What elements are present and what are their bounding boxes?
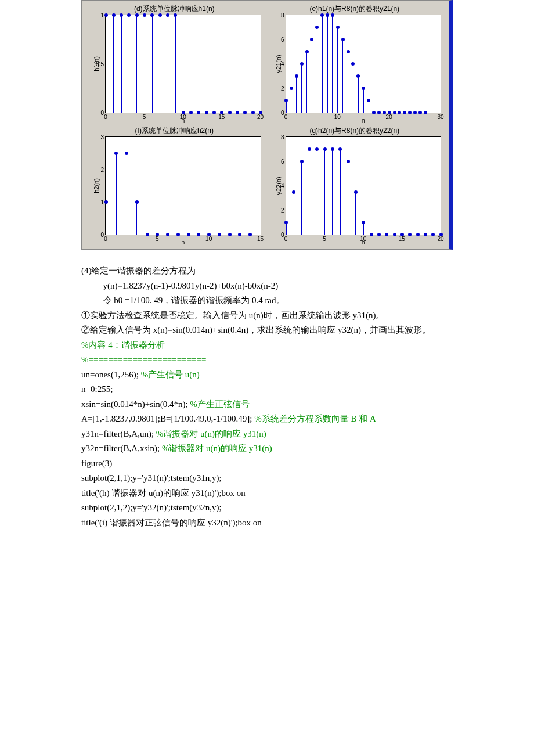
xtick: 20 [437, 235, 443, 242]
xlabel: n [362, 117, 365, 124]
stem [175, 15, 176, 113]
stem [152, 15, 153, 113]
stem [355, 192, 356, 235]
xlabel: n [181, 239, 185, 246]
stem [106, 15, 106, 113]
code-11: title('(h) 谐振器对 u(n)的响应 y31(n)');box on [81, 486, 453, 501]
stem [327, 15, 328, 113]
xtick: 30 [437, 113, 443, 120]
code-3: un=ones(1,256); %产生信号 u(n) [81, 368, 453, 383]
xtick: 0 [284, 235, 288, 242]
code-5b: %产生正弦信号 [190, 399, 250, 409]
xtick: 20 [257, 113, 264, 120]
stem [168, 15, 168, 113]
stem [369, 100, 369, 113]
comment-1: %内容 4：谐振器分析 [81, 338, 453, 353]
code-4: n=0:255; [81, 382, 453, 397]
subplot: (d)系统单位脉冲响应h1(n)00.5105101520h1(n)n [85, 4, 264, 124]
xtick: 0 [104, 113, 107, 120]
stem [116, 153, 117, 235]
comment-2: %======================== [81, 352, 453, 368]
stem [113, 15, 114, 113]
code-7: y31n=filter(B,A,un); %谐振器对 u(n)的响应 y31(n… [81, 427, 453, 442]
stem [324, 149, 325, 235]
xtick: 10 [334, 113, 341, 120]
chart-title: (f)系统单位脉冲响应h2(n) [85, 126, 264, 135]
equation-1: y(n)=1.8237y(n-1)-0.9801y(n-2)+b0x(n)-b0… [81, 279, 453, 294]
question-4: (4)给定一谐振器的差分方程为 [81, 264, 453, 279]
xtick: 5 [323, 235, 326, 242]
stem [332, 15, 333, 113]
stem [296, 76, 297, 113]
ylabel: h2(n) [93, 178, 100, 193]
xtick: 20 [386, 113, 392, 120]
stem [127, 153, 127, 235]
xlabel: n [181, 117, 185, 124]
ytick: 2 [100, 167, 106, 173]
ytick: 6 [281, 37, 286, 43]
stem [348, 52, 348, 113]
xtick: 15 [399, 235, 405, 242]
stem [322, 15, 323, 113]
stem [136, 202, 137, 235]
stem [348, 161, 348, 235]
stem [136, 15, 137, 113]
ylabel: h1(n) [93, 56, 100, 71]
chart-panel: (d)系统单位脉冲响应h1(n)00.5105101520h1(n)n(e)h1… [81, 0, 453, 250]
xtick: 0 [104, 235, 107, 242]
ytick: 6 [281, 159, 286, 165]
xtick: 5 [143, 113, 146, 120]
code-6a: A=[1,-1.8237,0.9801];B=[1/100.49,0,-1/10… [81, 414, 254, 423]
stem [301, 161, 302, 235]
subplot: (f)系统单位脉冲响应h2(n)0123051015h2(n)n [85, 126, 264, 246]
stem [121, 15, 122, 113]
xtick: 15 [218, 113, 225, 120]
stem [312, 39, 312, 113]
para-1: ①实验方法检查系统是否稳定。输入信号为 u(n)时，画出系统输出波形 y31(n… [81, 308, 453, 323]
code-5: xsin=sin(0.014*n)+sin(0.4*n); %产生正弦信号 [81, 397, 453, 412]
stem [342, 39, 343, 113]
code-10: subplot(2,1,1);y='y31(n)';tstem(y31n,y); [81, 471, 453, 486]
plot-box: 0123051015h2(n)n [105, 136, 261, 235]
code-6: A=[1,-1.8237,0.9801];B=[1/100.49,0,-1/10… [81, 412, 453, 427]
code-13: title('(i) 谐振器对正弦信号的响应 y32(n)');box on [81, 516, 453, 531]
ytick: 2 [281, 207, 286, 214]
ytick: 1 [100, 12, 106, 19]
stem [291, 88, 291, 113]
plot-box: 0246805101520y22(n)n [286, 136, 442, 235]
stem [353, 64, 353, 113]
stem [294, 192, 294, 235]
stem [340, 149, 341, 235]
equation-2: 令 b0 =1/100. 49，谐振器的谐振频率为 0.4 rad。 [81, 293, 453, 308]
stem [301, 64, 302, 113]
stem [160, 15, 160, 113]
code-3a: un=ones(1,256); [81, 370, 141, 379]
stem [286, 222, 287, 235]
stem [363, 222, 364, 235]
stem [317, 149, 317, 235]
stem [286, 100, 287, 113]
ylabel: y22(n) [275, 177, 282, 195]
ylabel: y21(n) [275, 55, 282, 73]
code-5a: xsin=sin(0.014*n)+sin(0.4*n); [81, 399, 190, 409]
code-8a: y32n=filter(B,A,xsin); [81, 444, 162, 453]
stem [358, 76, 359, 113]
stem [129, 15, 129, 113]
chart-title: (d)系统单位脉冲响应h1(n) [85, 4, 264, 13]
code-8: y32n=filter(B,A,xsin); %谐振器对 u(n)的响应 y31… [81, 441, 453, 456]
xtick: 15 [257, 235, 264, 242]
subplot: (g)h2(n)与R8(n)的卷积y22(n)0246805101520y22(… [266, 126, 444, 246]
text-body: (4)给定一谐振器的差分方程为 y(n)=1.8237y(n-1)-0.9801… [81, 264, 453, 530]
stem [145, 15, 145, 113]
chart-title: (e)h1(n)与R8(n)的卷积y21(n) [266, 4, 444, 13]
plot-frame: 024680102030 [286, 15, 442, 113]
plot-frame: 0123051015 [105, 136, 261, 235]
ytick: 8 [281, 12, 286, 19]
stem [106, 202, 106, 235]
stem [332, 149, 333, 235]
subplot: (e)h1(n)与R8(n)的卷积y21(n)024680102030y21(n… [266, 4, 444, 124]
xtick: 0 [284, 113, 288, 120]
chart-title: (g)h2(n)与R8(n)的卷积y22(n) [266, 126, 444, 135]
xlabel: n [362, 239, 365, 246]
stem [306, 52, 307, 113]
